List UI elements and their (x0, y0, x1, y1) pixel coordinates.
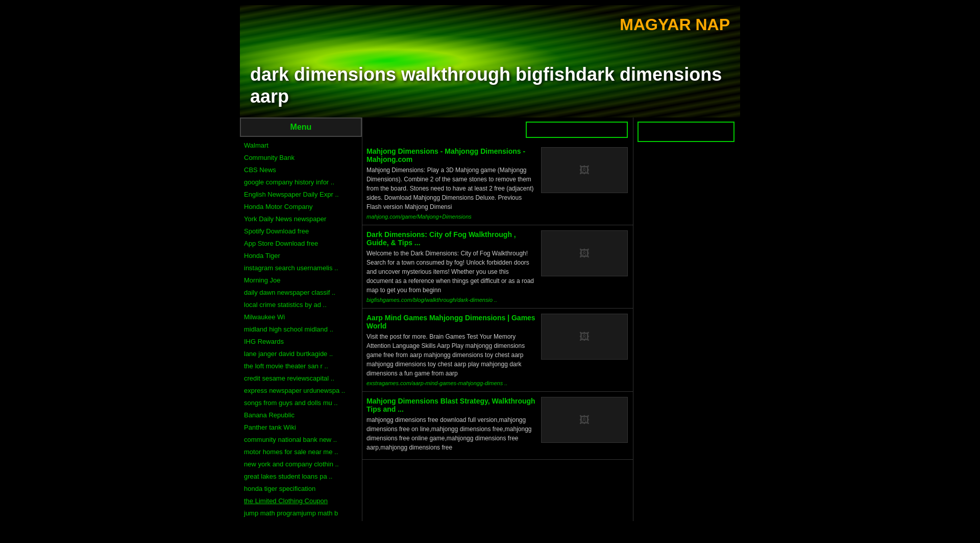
sidebar-item-label[interactable]: local crime statistics by ad .. (244, 301, 327, 309)
result-thumb-4: 🖼 (541, 397, 628, 443)
result-desc-3: Visit the post for more. Brain Games Tes… (366, 332, 536, 378)
sidebar-item-label[interactable]: Panther tank Wiki (244, 423, 296, 431)
brand-title: MAGYAR NAP (620, 15, 730, 34)
right-ad-column (633, 117, 740, 521)
sidebar-item-label[interactable]: Spotify Download free (244, 227, 309, 235)
sidebar-item-label[interactable]: great lakes student loans pa .. (244, 473, 332, 480)
result-desc-4: mahjongg dimensions free download full v… (366, 415, 536, 452)
result-thumb-2: 🖼 (541, 230, 628, 276)
sidebar-item[interactable]: songs from guys and dolls mu .. (240, 396, 362, 409)
sidebar-item[interactable]: honda tiger specification (240, 482, 362, 494)
result-text: Mahjong Dimensions Blast Strategy, Walkt… (366, 397, 536, 454)
sidebar-item[interactable]: credit sesame reviewscapital .. (240, 372, 362, 384)
sidebar-item[interactable]: Morning Joe (240, 274, 362, 286)
sidebar-item[interactable]: Spotify Download free (240, 225, 362, 237)
sidebar-item[interactable]: express newspaper urdunewspa .. (240, 384, 362, 396)
result-url-2[interactable]: bigfishgames.com/blog/walkthrough/dark-d… (366, 297, 536, 303)
result-url-1[interactable]: mahjong.com/game/Mahjong+Dimensions (366, 214, 536, 220)
sidebar-item-label[interactable]: google company history infor .. (244, 178, 334, 186)
sidebar-item[interactable]: midland high school midland .. (240, 323, 362, 335)
sidebar-item-label[interactable]: Banana Republic (244, 411, 295, 419)
sidebar-item[interactable]: Community Bank (240, 151, 362, 163)
sidebar-item[interactable]: CBS News (240, 163, 362, 176)
result-item: Mahjong Dimensions Blast Strategy, Walkt… (362, 392, 633, 460)
sidebar-item-label[interactable]: motor homes for sale near me .. (244, 448, 338, 456)
sidebar-item-label[interactable]: Morning Joe (244, 276, 281, 284)
sidebar-item[interactable]: Walmart (240, 139, 362, 151)
sidebar-item-label[interactable]: new york and company clothin .. (244, 460, 339, 468)
sidebar-item[interactable]: lane janger david burtkagide .. (240, 347, 362, 360)
search-input[interactable] (526, 122, 628, 138)
sidebar-item-label[interactable]: credit sesame reviewscapital .. (244, 374, 334, 382)
sidebar-item-label[interactable]: community national bank new .. (244, 436, 337, 443)
result-item: Dark Dimensions: City of Fog Walkthrough… (362, 225, 633, 309)
thumb-placeholder-icon: 🖼 (579, 164, 590, 176)
sidebar-item[interactable]: York Daily News newspaper (240, 213, 362, 225)
result-item: Aarp Mind Games Mahjongg Dimensions | Ga… (362, 309, 633, 392)
sidebar-item-label[interactable]: lane janger david burtkagide .. (244, 350, 333, 358)
sidebar-item-label[interactable]: songs from guys and dolls mu .. (244, 399, 338, 407)
sidebar-item[interactable]: jump math programjump math b (240, 507, 362, 519)
sidebar-item-label[interactable]: daily dawn newspaper classif .. (244, 289, 335, 296)
sidebar-item[interactable]: App Store Download free (240, 237, 362, 249)
sidebar-item-label[interactable]: Honda Tiger (244, 252, 280, 259)
sidebar-item-label[interactable]: honda tiger specification (244, 485, 315, 492)
result-desc-2: Welcome to the Dark Dimensions: City of … (366, 249, 536, 295)
sidebar-item-label[interactable]: York Daily News newspaper (244, 215, 326, 223)
result-text: Mahjong Dimensions - Mahjongg Dimensions… (366, 147, 536, 220)
sidebar-item[interactable]: new york and company clothin .. (240, 458, 362, 470)
thumb-placeholder-icon: 🖼 (579, 331, 590, 343)
result-title-4[interactable]: Mahjong Dimensions Blast Strategy, Walkt… (366, 397, 536, 413)
sidebar: Menu Walmart Community Bank CBS News goo… (240, 117, 362, 521)
sidebar-item[interactable]: Milwaukee Wi (240, 311, 362, 323)
sidebar-item-label[interactable]: Milwaukee Wi (244, 313, 285, 321)
sidebar-item-label[interactable]: IHG Rewards (244, 338, 284, 345)
sidebar-item[interactable]: community national bank new .. (240, 433, 362, 445)
sidebar-item-label[interactable]: English Newspaper Daily Expr .. (244, 191, 339, 198)
sidebar-item[interactable]: instagram search usernamelis .. (240, 262, 362, 274)
search-bar-area (362, 117, 633, 142)
sidebar-item[interactable]: Honda Motor Company (240, 200, 362, 213)
result-title-3[interactable]: Aarp Mind Games Mahjongg Dimensions | Ga… (366, 314, 536, 330)
sidebar-item[interactable]: great lakes student loans pa .. (240, 470, 362, 482)
result-thumb-1: 🖼 (541, 147, 628, 193)
sidebar-item[interactable]: English Newspaper Daily Expr .. (240, 188, 362, 200)
result-title-1[interactable]: Mahjong Dimensions - Mahjongg Dimensions… (366, 147, 536, 163)
sidebar-item[interactable]: google company history infor .. (240, 176, 362, 188)
sidebar-item-label[interactable]: Community Bank (244, 154, 295, 161)
header-banner: MAGYAR NAP dark dimensions walkthrough b… (240, 5, 740, 117)
result-text: Dark Dimensions: City of Fog Walkthrough… (366, 230, 536, 303)
sidebar-item-label[interactable]: instagram search usernamelis .. (244, 264, 338, 272)
sidebar-item-label[interactable]: Honda Motor Company (244, 203, 312, 210)
ad-box[interactable] (638, 122, 734, 142)
sidebar-item[interactable]: daily dawn newspaper classif .. (240, 286, 362, 298)
main-content: Mahjong Dimensions - Mahjongg Dimensions… (362, 117, 633, 521)
sidebar-item[interactable]: Banana Republic (240, 409, 362, 421)
sidebar-item[interactable]: Honda Tiger (240, 249, 362, 262)
result-item: Mahjong Dimensions - Mahjongg Dimensions… (362, 142, 633, 225)
sidebar-item[interactable]: the loft movie theater san r .. (240, 360, 362, 372)
result-title-2[interactable]: Dark Dimensions: City of Fog Walkthrough… (366, 230, 536, 247)
sidebar-item-active[interactable]: the Limited Clothing Coupon (240, 494, 362, 507)
result-url-3[interactable]: exstragames.com/aarp-mind-games-mahjongg… (366, 380, 536, 386)
result-desc-1: Mahjong Dimensions: Play a 3D Mahjong ga… (366, 166, 536, 211)
thumb-placeholder-icon: 🖼 (579, 248, 590, 259)
sidebar-item[interactable]: motor homes for sale near me .. (240, 445, 362, 458)
sidebar-item[interactable]: IHG Rewards (240, 335, 362, 347)
sidebar-item-label[interactable]: jump math programjump math b (244, 509, 338, 517)
sidebar-item-label[interactable]: App Store Download free (244, 240, 318, 247)
sidebar-list: Walmart Community Bank CBS News google c… (240, 137, 362, 521)
sidebar-item-label[interactable]: midland high school midland .. (244, 325, 333, 333)
sidebar-item[interactable]: local crime statistics by ad .. (240, 298, 362, 311)
sidebar-item-label[interactable]: express newspaper urdunewspa .. (244, 387, 345, 394)
sidebar-item-label-active[interactable]: the Limited Clothing Coupon (244, 497, 328, 505)
thumb-placeholder-icon: 🖼 (579, 414, 590, 426)
result-text: Aarp Mind Games Mahjongg Dimensions | Ga… (366, 314, 536, 386)
site-title: dark dimensions walkthrough bigfishdark … (250, 63, 740, 107)
sidebar-item[interactable]: Panther tank Wiki (240, 421, 362, 433)
sidebar-item-label[interactable]: Walmart (244, 141, 268, 149)
menu-header: Menu (240, 117, 362, 137)
result-thumb-3: 🖼 (541, 314, 628, 360)
sidebar-item-label[interactable]: the loft movie theater san r .. (244, 362, 328, 370)
sidebar-item-label[interactable]: CBS News (244, 166, 276, 174)
